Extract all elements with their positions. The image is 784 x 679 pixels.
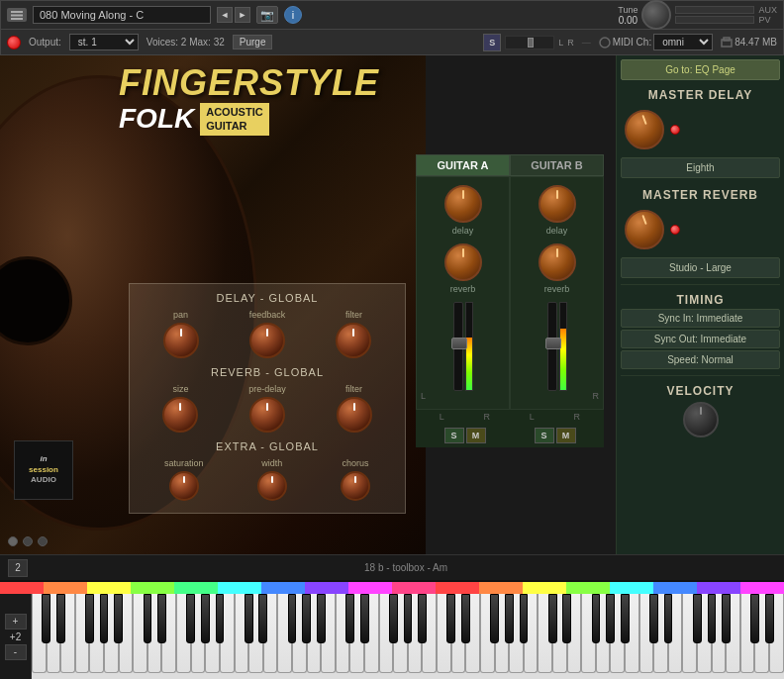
extra-chorus-knob[interactable] [341,471,370,501]
tune-knob[interactable] [641,0,671,30]
extra-saturation-knob[interactable] [169,471,199,501]
black-key-46[interactable] [708,594,717,643]
black-key-15[interactable] [258,594,267,643]
instrument-name[interactable]: 080 Moving Along - C [33,6,211,24]
master-delay-knob[interactable] [625,110,664,149]
black-key-7[interactable] [144,594,152,643]
bottom-dots [8,536,48,546]
black-key-4[interactable] [100,594,109,643]
acoustic-guitar-subtitle: ACOUSTIC GUITAR [200,103,268,136]
black-key-36[interactable] [562,594,571,643]
speed-button[interactable]: Speed: Normal [621,350,780,369]
pitch-slider[interactable] [505,36,554,49]
eq-page-button[interactable]: Go to: EQ Page [621,59,780,80]
right-panel: Go to: EQ Page MASTER DELAY Eighth MASTE… [616,55,784,554]
dot-1[interactable] [8,536,18,546]
black-key-22[interactable] [360,594,369,643]
black-key-47[interactable] [722,594,731,643]
black-key-28[interactable] [446,594,455,643]
octave-down-button[interactable]: - [5,644,27,660]
black-key-31[interactable] [490,594,499,643]
master-reverb-led[interactable] [670,225,680,235]
black-key-32[interactable] [505,594,514,643]
black-key-10[interactable] [186,594,195,643]
black-key-3[interactable] [85,594,94,643]
reverb-size-group: size [162,384,198,433]
guitar-a-delay-knob[interactable] [444,185,482,223]
reverb-predelay-knob[interactable] [249,397,285,433]
guitar-b-s-button[interactable]: S [535,428,554,443]
black-key-39[interactable] [606,594,615,643]
guitar-b-delay-knob[interactable] [539,185,576,223]
black-key-24[interactable] [389,594,398,643]
purge-button[interactable]: Purge [233,35,273,49]
black-key-12[interactable] [216,594,225,643]
delay-feedback-knob[interactable] [249,323,285,358]
black-key-26[interactable] [418,594,427,643]
guitar-sound-hole [0,256,72,345]
key-color-red [0,582,44,594]
guitar-a-delay-label: delay [452,226,474,236]
black-key-45[interactable] [693,594,702,643]
black-key-40[interactable] [621,594,630,643]
velocity-knob[interactable] [683,402,719,437]
delay-filter-knob[interactable] [336,323,371,358]
nav-next-button[interactable]: ► [235,7,250,23]
guitar-a-fader-handle[interactable] [451,338,467,349]
guitar-a-m-button[interactable]: M [466,428,486,443]
black-key-18[interactable] [302,594,311,643]
octave-up-button[interactable]: + [5,614,27,630]
guitar-b-tab[interactable]: GUITAR B [510,154,604,176]
black-key-0[interactable] [42,594,50,643]
black-key-21[interactable] [345,594,354,643]
info-button[interactable]: i [284,6,302,24]
black-key-14[interactable] [245,594,253,643]
record-button[interactable] [7,36,21,49]
midi-select[interactable]: omni [653,34,713,50]
extra-width-knob[interactable] [257,471,287,501]
reverb-size-knob[interactable] [162,397,198,433]
black-key-38[interactable] [592,594,601,643]
black-key-25[interactable] [404,594,413,643]
guitar-b-m-button[interactable]: M [556,428,576,443]
guitar-b-fader-track[interactable] [547,302,557,391]
piano-keys[interactable] [32,594,784,679]
guitar-a-reverb-knob[interactable] [444,243,482,281]
guitar-a-tab[interactable]: GUITAR A [416,154,510,176]
camera-button[interactable]: 📷 [256,6,278,24]
s-button[interactable]: S [483,34,501,51]
sync-in-button[interactable]: Sync In: Immediate [621,309,780,328]
dot-2[interactable] [23,536,33,546]
guitar-b-fader-handle[interactable] [545,338,561,349]
master-reverb-knob[interactable] [625,210,664,249]
black-key-5[interactable] [114,594,123,643]
nav-prev-button[interactable]: ◄ [217,7,233,23]
guitar-b-reverb-knob[interactable] [539,243,576,281]
studio-large-preset-button[interactable]: Studio - Large [621,257,780,278]
settings-icon[interactable] [7,8,27,22]
black-key-50[interactable] [765,594,774,643]
black-key-1[interactable] [56,594,65,643]
guitar-a-s-button[interactable]: S [444,428,464,443]
black-key-43[interactable] [664,594,673,643]
black-key-11[interactable] [201,594,210,643]
black-key-33[interactable] [520,594,529,643]
sync-out-button[interactable]: Sync Out: Immediate [621,330,780,348]
black-key-17[interactable] [288,594,297,643]
black-key-42[interactable] [649,594,658,643]
page-number[interactable]: 2 [8,559,28,577]
reverb-filter-knob[interactable] [337,397,372,433]
black-key-35[interactable] [548,594,557,643]
black-key-29[interactable] [461,594,470,643]
dot-3[interactable] [38,536,48,546]
black-key-8[interactable] [157,594,166,643]
master-delay-led[interactable] [670,125,680,135]
guitar-a-fader-track[interactable] [453,302,463,391]
output-select[interactable]: st. 1 [69,34,139,50]
black-key-19[interactable] [317,594,326,643]
delay-global-panel: DELAY - GLOBAL pan feedback filter REVER… [129,283,406,514]
guitar-b-reverb-label: reverb [544,284,570,294]
delay-pan-knob[interactable] [163,323,199,358]
black-key-49[interactable] [750,594,759,643]
eighth-preset-button[interactable]: Eighth [621,157,780,178]
